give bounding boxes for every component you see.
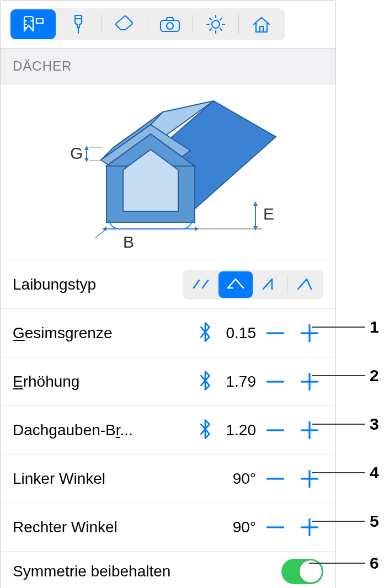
symmetrie-row: Symmetrie beibehalten bbox=[1, 552, 335, 588]
house-tool[interactable] bbox=[239, 9, 284, 39]
callout-4: 4 bbox=[312, 463, 379, 482]
callout-1: 1 bbox=[312, 318, 379, 336]
bluetooth-icon bbox=[198, 370, 213, 393]
dachgauben-value[interactable]: 1.20 bbox=[215, 421, 256, 439]
erhohung-value[interactable]: 1.79 bbox=[215, 373, 256, 391]
label-g: G bbox=[70, 144, 83, 162]
svg-point-2 bbox=[212, 20, 220, 28]
measure-tool[interactable] bbox=[10, 9, 56, 39]
toolbar bbox=[1, 1, 335, 48]
gesimsgrenze-row: Gesimsgrenze 0.15 bbox=[1, 309, 335, 357]
reveal-option-4[interactable] bbox=[287, 271, 322, 298]
bluetooth-icon bbox=[198, 322, 213, 345]
diagram-area: G B E bbox=[1, 84, 335, 260]
toolbar-group bbox=[9, 8, 285, 40]
reveal-type-label: Laibungstyp bbox=[13, 276, 183, 293]
reveal-type-segmented bbox=[183, 270, 323, 300]
gesimsgrenze-value[interactable]: 0.15 bbox=[215, 324, 256, 342]
linker-winkel-label: Linker Winkel bbox=[13, 470, 215, 488]
erhohung-row: Erhöhung 1.79 bbox=[1, 357, 335, 406]
reveal-type-row: Laibungstyp bbox=[1, 260, 335, 309]
reveal-option-3[interactable] bbox=[253, 271, 287, 298]
section-title: DÄCHER bbox=[13, 58, 72, 73]
symmetrie-label: Symmetrie beibehalten bbox=[13, 563, 281, 580]
rechter-winkel-label: Rechter Winkel bbox=[13, 518, 215, 536]
svg-line-4 bbox=[95, 229, 106, 238]
rechter-winkel-value[interactable]: 90° bbox=[215, 518, 256, 536]
decrement-button[interactable] bbox=[262, 416, 289, 444]
eraser-tool[interactable] bbox=[102, 9, 147, 39]
reveal-option-2[interactable] bbox=[218, 271, 253, 298]
callout-3: 3 bbox=[312, 415, 379, 434]
linker-winkel-value[interactable]: 90° bbox=[215, 470, 256, 488]
label-b: B bbox=[123, 233, 134, 251]
callout-6: 6 bbox=[309, 554, 379, 573]
linker-winkel-row: Linker Winkel 90° bbox=[1, 455, 335, 503]
decrement-button[interactable] bbox=[262, 465, 289, 493]
reveal-option-1[interactable] bbox=[184, 271, 218, 298]
light-tool[interactable] bbox=[193, 9, 238, 39]
camera-tool[interactable] bbox=[147, 9, 193, 39]
callout-5: 5 bbox=[312, 512, 379, 531]
gesimsgrenze-label: Gesimsgrenze bbox=[13, 324, 198, 342]
callout-2: 2 bbox=[312, 366, 379, 385]
inspector-panel: DÄCHER bbox=[0, 0, 336, 588]
dachgauben-label: Dachgauben-Br... bbox=[13, 421, 198, 439]
bluetooth-icon bbox=[198, 419, 213, 442]
section-header: DÄCHER bbox=[1, 48, 335, 84]
svg-point-1 bbox=[167, 23, 173, 29]
rechter-winkel-row: Rechter Winkel 90° bbox=[1, 503, 335, 552]
decrement-button[interactable] bbox=[262, 319, 289, 347]
dormer-diagram: G B E bbox=[41, 95, 295, 255]
decrement-button[interactable] bbox=[262, 368, 289, 395]
erhohung-label: Erhöhung bbox=[13, 373, 198, 391]
brush-tool[interactable] bbox=[56, 9, 101, 39]
dachgauben-row: Dachgauben-Br... 1.20 bbox=[1, 406, 335, 455]
decrement-button[interactable] bbox=[262, 514, 289, 541]
label-e: E bbox=[263, 205, 274, 223]
